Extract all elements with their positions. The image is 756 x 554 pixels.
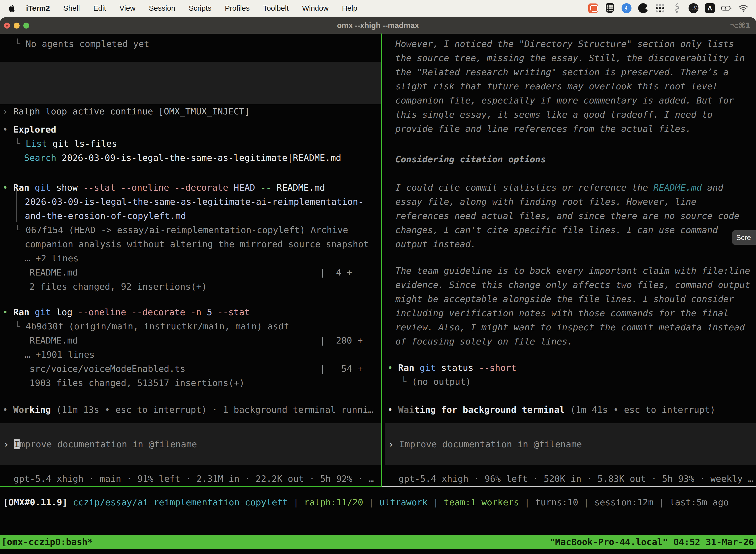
squiggle-icon[interactable] bbox=[672, 3, 682, 13]
chat-icon[interactable] bbox=[588, 3, 598, 13]
omx-status-bar: [OMX#0.11.9] cczip/essay/ai-reimplementa… bbox=[3, 495, 752, 509]
menu-item-scripts[interactable]: Scripts bbox=[182, 0, 218, 16]
reasoning-paragraph-3: The team guideline is to back every impo… bbox=[395, 264, 750, 348]
reasoning-paragraph-1: However, I noticed the "Directory Struct… bbox=[395, 37, 745, 136]
reasoning-heading: Considering citation options bbox=[395, 152, 546, 166]
battery-icon[interactable] bbox=[721, 3, 732, 13]
menu-item-help[interactable]: Help bbox=[335, 0, 364, 16]
text-cursor: I bbox=[14, 439, 19, 449]
para2-line-1: I could cite commit statistics or refere… bbox=[395, 180, 723, 195]
tmux-session-label: [omx-cczip0:bash* bbox=[0, 535, 93, 549]
explored-list-line: └ List git ls-files bbox=[15, 136, 117, 151]
log-stat-voicemode: src/voice/voiceModeEnabled.ts | 54 + bbox=[29, 362, 363, 376]
terminal-pane-left[interactable]: › Ralph loop active continue [OMX_TMUX_I… bbox=[0, 34, 381, 486]
window-title: omx --xhigh --madmax bbox=[0, 17, 756, 34]
menu-item-window[interactable]: Window bbox=[296, 0, 335, 16]
ran-git-log-command: • Ran git log --oneline --decorate -n 5 … bbox=[2, 305, 250, 319]
menu-item-profiles[interactable]: Profiles bbox=[218, 0, 256, 16]
para2-line-3: references need actual files, and since … bbox=[395, 209, 739, 223]
para2-line-5: output instead. bbox=[395, 237, 476, 251]
shield-icon[interactable] bbox=[605, 3, 615, 13]
menu-item-session[interactable]: Session bbox=[142, 0, 182, 16]
ralph-loop-banner-text: › Ralph loop active continue [OMX_TMUX_I… bbox=[2, 104, 250, 118]
ran-git-show-command: • Ran git show --stat --oneline --decora… bbox=[2, 180, 325, 195]
log-output-more-lines: … +1901 lines bbox=[25, 347, 95, 362]
session-stats-line: gpt-5.4 xhigh · 96% left · 520K in · 5.8… bbox=[398, 472, 753, 486]
pane-border-active bbox=[0, 486, 382, 487]
show-output-commit: └ 067f154 (HEAD -> essay/ai-reimplementa… bbox=[15, 223, 348, 237]
status-no-output: └ (no output) bbox=[401, 375, 471, 389]
apple-icon[interactable] bbox=[8, 4, 16, 13]
window-shortcut-hint: ⌥⌘1 bbox=[730, 17, 751, 34]
dots-grid-icon[interactable] bbox=[655, 3, 665, 13]
pane-divider[interactable] bbox=[381, 34, 382, 487]
show-output-commit-wrap: companion analysis without altering the … bbox=[25, 237, 369, 251]
menu-item-view[interactable]: View bbox=[113, 0, 142, 16]
wifi-icon[interactable] bbox=[738, 3, 749, 13]
prompt-input-line: › Improve documentation in @filename bbox=[388, 437, 582, 451]
tmux-host-clock: "MacBook-Pro-44.local" 04:52 31-Mar-26 bbox=[550, 535, 756, 549]
log-stat-readme: README.md | 280 + bbox=[29, 333, 363, 347]
explored-header: • Explored bbox=[2, 122, 56, 136]
input-source-icon[interactable]: A bbox=[705, 3, 715, 13]
menu-item-app[interactable]: iTerm2 bbox=[19, 0, 57, 16]
menu-item-edit[interactable]: Edit bbox=[86, 0, 113, 16]
menu-bar: iTerm2ShellEditViewSessionScriptsProfile… bbox=[0, 0, 756, 16]
pane-border-inactive bbox=[382, 486, 756, 487]
show-arg-wrap-2: and-the-erosion-of-copyleft.md bbox=[25, 209, 186, 223]
camera-icon[interactable] bbox=[638, 3, 648, 13]
working-status-line: • Working (11m 13s • esc to interrupt) ·… bbox=[2, 403, 374, 417]
menu-items: iTerm2ShellEditViewSessionScriptsProfile… bbox=[19, 0, 364, 16]
show-stat-readme: README.md | 4 + bbox=[29, 265, 352, 279]
omx-status-line: [OMX#0.11.9] cczip/essay/ai-reimplementa… bbox=[3, 495, 729, 509]
prompt-input-line: › Improve documentation in @filename bbox=[3, 437, 197, 451]
screen-tooltip: Scre bbox=[732, 230, 756, 245]
menu-item-shell[interactable]: Shell bbox=[57, 0, 86, 16]
percent-badge-icon[interactable]: ..61 bbox=[689, 3, 698, 13]
badge-icon[interactable] bbox=[622, 3, 631, 13]
log-stat-summary: 1903 files changed, 513517 insertions(+) bbox=[29, 376, 245, 390]
show-arg-wrap-1: 2026-03-09-is-legal-the-same-as-legitima… bbox=[25, 195, 363, 209]
show-output-more-lines: … +2 lines bbox=[25, 251, 79, 265]
tmux-status-bar: [omx-cczip0:bash* "MacBook-Pro-44.local"… bbox=[0, 535, 756, 549]
menu-status-icons: ..61 A bbox=[588, 3, 749, 13]
iterm-window: omx --xhigh --madmax ⌥⌘1 › Ralph loop ac… bbox=[0, 17, 756, 554]
ralph-loop-banner: › Ralph loop active continue [OMX_TMUX_I… bbox=[0, 62, 381, 104]
no-agents-line: └ No agents completed yet bbox=[15, 37, 149, 51]
ran-git-status-command: • Ran git status --short bbox=[387, 361, 516, 375]
show-stat-summary: 2 files changed, 92 insertions(+) bbox=[29, 279, 207, 294]
terminal-pane-right[interactable]: However, I noticed the "Directory Struct… bbox=[385, 34, 756, 486]
para2-line-4: changes, I can't cite specific file line… bbox=[395, 223, 718, 237]
session-stats-line: gpt-5.4 xhigh · main · 91% left · 2.31M … bbox=[14, 472, 374, 486]
window-titlebar[interactable]: omx --xhigh --madmax ⌥⌘1 bbox=[0, 17, 756, 34]
log-output-commit: └ 4b9d30f (origin/main, instructkr/main,… bbox=[15, 319, 289, 333]
para2-line-2: essay file, along with finding root file… bbox=[395, 195, 696, 209]
menu-item-toolbelt[interactable]: Toolbelt bbox=[256, 0, 296, 16]
explored-search-line: Search 2026-03-09-is-legal-the-same-as-l… bbox=[24, 151, 341, 165]
waiting-status-line: • Waiting for background terminal (1m 41… bbox=[387, 403, 715, 417]
